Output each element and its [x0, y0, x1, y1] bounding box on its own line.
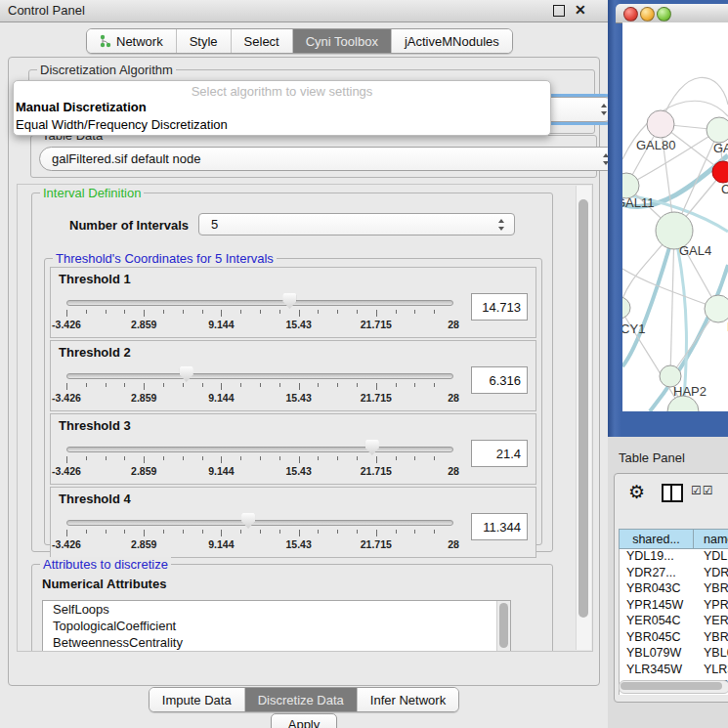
tab-cyni-toolbox[interactable]: Cyni Toolbox [293, 29, 392, 53]
threshold-value-field[interactable]: 14.713 [471, 293, 528, 321]
network-node[interactable] [647, 110, 674, 138]
threshold-slider[interactable]: -3.4262.8599.14415.4321.71528 [66, 511, 453, 554]
network-window-titlebar [616, 4, 728, 23]
minimize-traffic-light-icon[interactable] [640, 7, 655, 21]
tab-select[interactable]: Select [232, 29, 293, 53]
table-data-combobox[interactable]: galFiltered.sif default node [39, 147, 620, 171]
algorithm-option-manual[interactable]: Manual Discretization [14, 99, 550, 116]
network-node-label: GAL80 [636, 138, 675, 152]
network-node[interactable] [622, 297, 630, 319]
algorithm-placeholder-option[interactable]: Select algorithm to view settings [14, 84, 550, 99]
table-row[interactable]: YDL19...YDL19... [620, 549, 728, 566]
threshold-value-field[interactable]: 21.4 [471, 440, 528, 467]
threshold-label: Threshold 3 [59, 418, 131, 433]
cell-shared-name: YER054C [620, 614, 693, 630]
table-row[interactable]: YBL079WYBL079W [620, 646, 728, 663]
table-horizontal-scrollbar[interactable] [619, 680, 728, 694]
number-of-intervals-label: Number of Intervals [69, 218, 189, 233]
bottom-tab-bar-wrap: Impute DataDiscretize DataInfer Network [0, 687, 608, 712]
tab-impute-data[interactable]: Impute Data [150, 688, 245, 711]
number-of-intervals-combobox[interactable]: 5 [198, 213, 515, 236]
table-row[interactable]: YLR345WYLR345W [620, 663, 728, 679]
close-icon[interactable]: ✕ [575, 2, 586, 18]
slider-track [66, 373, 453, 379]
attribute-item[interactable]: BetweennessCentrality [43, 634, 510, 651]
tab-style[interactable]: Style [177, 29, 232, 53]
tab-label: Infer Network [370, 693, 446, 707]
cell-name: YBR043C [693, 581, 728, 598]
slider-knob[interactable] [365, 440, 379, 455]
attribute-item[interactable]: SelfLoops [43, 601, 510, 618]
tab-jactivemnodules[interactable]: jActiveMNodules [392, 29, 512, 53]
cell-shared-name: YDR27... [620, 566, 693, 582]
control-panel-titlebar: Control Panel ✕ [0, 0, 608, 22]
table-row[interactable]: YPR145WYPR145W [620, 598, 728, 615]
threshold-panel: Threshold 1-3.4262.8599.14415.4321.71528… [50, 267, 536, 338]
attributes-group: Attributes to discretize Numerical Attri… [31, 564, 553, 652]
cell-shared-name: YLR345W [620, 663, 693, 679]
table-row[interactable]: YBR045CYBR045C [620, 630, 728, 647]
settings-scrollbar[interactable] [576, 186, 591, 650]
attribute-item[interactable]: TopologicalCoefficient [43, 618, 510, 634]
cell-name: YER054C [693, 614, 728, 630]
tab-network[interactable]: Network [87, 29, 177, 53]
cyni-toolbox-panel: Discretization Algorithm Table Data galF… [8, 57, 600, 686]
thresholds-group-title: Threshold's Coordinates for 5 Intervals [53, 251, 277, 266]
network-node-label: GCY1 [622, 321, 645, 336]
float-window-icon[interactable] [553, 5, 565, 17]
threshold-slider[interactable]: -3.4262.8599.14415.4321.71528 [66, 438, 453, 481]
column-header-shared[interactable]: shared... [619, 529, 693, 549]
threshold-slider[interactable]: -3.4262.8599.14415.4321.71528 [66, 291, 453, 334]
tab-label: Style [190, 34, 218, 49]
network-node-label: GAL11 [622, 195, 655, 210]
settings-scroll-area: Interval Definition Number of Intervals … [17, 184, 593, 652]
tab-infer-network[interactable]: Infer Network [358, 688, 458, 711]
slider-track [66, 520, 453, 526]
numerical-attributes-list[interactable]: SelfLoopsTopologicalCoefficientBetweenne… [42, 600, 511, 652]
column-header-name[interactable]: name [693, 529, 728, 549]
threshold-slider[interactable]: -3.4262.8599.14415.4321.71528 [66, 364, 453, 407]
bottom-tab-bar: Impute DataDiscretize DataInfer Network [149, 687, 459, 712]
network-node-label: GA [713, 141, 728, 155]
table-data-group: Table Data galFiltered.sif default node [30, 135, 597, 178]
table-row[interactable]: YDR27...YDR27... [620, 566, 728, 582]
tab-discretize-data[interactable]: Discretize Data [245, 688, 358, 711]
gear-icon[interactable]: ⚙ [628, 481, 645, 503]
slider-knob[interactable] [180, 366, 193, 382]
attributes-scrollbar[interactable] [496, 601, 510, 652]
apply-button[interactable]: Apply [271, 713, 337, 728]
cell-shared-name: YBL079W [620, 646, 693, 663]
threshold-value-field[interactable]: 11.344 [471, 513, 528, 540]
slider-ticks [66, 456, 453, 463]
interval-definition-group: Interval Definition Number of Intervals … [31, 193, 553, 552]
cell-name: YDL19... [693, 549, 728, 566]
threshold-value-field[interactable]: 6.316 [471, 366, 528, 394]
thresholds-group: Threshold's Coordinates for 5 Intervals … [44, 258, 542, 545]
algorithm-option-equal-width[interactable]: Equal Width/Frequency Discretization [14, 116, 550, 134]
discretization-algorithm-title: Discretization Algorithm [37, 63, 176, 77]
zoom-traffic-light-icon[interactable] [657, 7, 671, 21]
slider-track [66, 300, 453, 306]
network-view-window: GAL80GACGAL11GAL4GCY1HHAP2 [608, 0, 728, 437]
window-title: Control Panel [8, 3, 85, 18]
slider-knob[interactable] [282, 293, 296, 309]
network-node-label: GAL4 [679, 243, 711, 258]
slider-ticks [66, 383, 453, 390]
tab-label: jActiveMNodules [405, 34, 499, 49]
network-canvas[interactable]: GAL80GACGAL11GAL4GCY1HHAP2 [622, 22, 728, 411]
cell-shared-name: YPR145W [620, 598, 693, 615]
network-icon [100, 34, 111, 48]
table-row[interactable]: YBR043CYBR043C [620, 581, 728, 598]
column-layout-icon[interactable] [662, 484, 683, 502]
close-traffic-light-icon[interactable] [623, 7, 638, 21]
cell-name: YBR045C [693, 630, 728, 647]
table-panel-toolbar: ⚙ ☑☑ [615, 480, 728, 509]
network-nodes: GAL80GACGAL11GAL4GCY1HHAP2 [622, 110, 728, 411]
network-node[interactable] [707, 117, 728, 143]
network-node[interactable] [705, 295, 728, 322]
slider-knob[interactable] [241, 513, 255, 529]
checkbox-icons[interactable]: ☑☑ [691, 484, 714, 497]
table-row[interactable]: YER054CYER054C [620, 614, 728, 630]
threshold-label: Threshold 4 [59, 492, 131, 506]
combo-arrows-icon [498, 219, 505, 231]
